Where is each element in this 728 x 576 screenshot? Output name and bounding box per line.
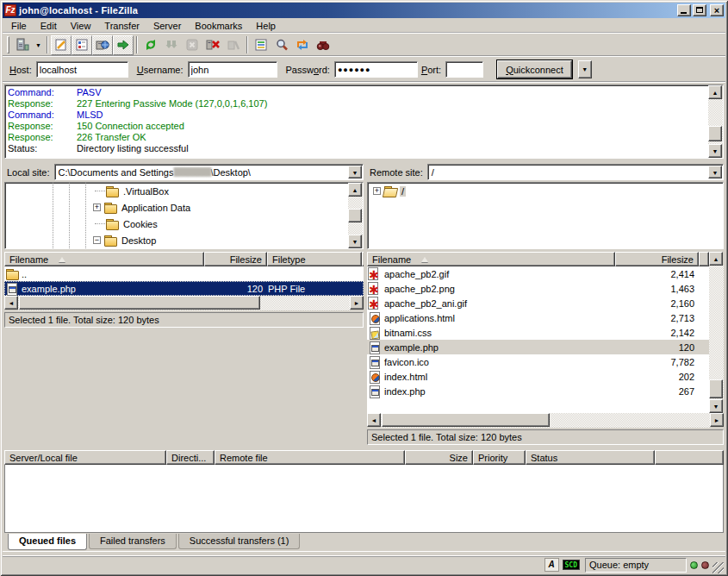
file-cell-size: 120 [204,281,267,296]
file-cell-size: 2,713 [615,310,699,325]
toggle-queue-button[interactable] [113,35,134,55]
activity-led-red-icon [701,561,709,569]
file-row-bitnami-css[interactable]: bitnami.css2,142 [367,325,709,340]
menu-item-help[interactable]: Help [249,19,283,33]
file-row-index-html[interactable]: index.html202 [367,369,709,384]
scroll-up-button[interactable]: ▲ [708,85,722,99]
toggle-remote-tree-button[interactable] [92,35,113,55]
username-input[interactable] [188,61,277,78]
column-header-filesize[interactable]: Filesize [615,252,699,266]
scrollbar-thumb[interactable] [708,126,722,141]
toggle-message-log-button[interactable] [51,35,72,55]
column-header-filename[interactable]: Filename [367,252,615,266]
scrollbar-thumb[interactable] [382,413,550,427]
file-cell-size [204,266,267,281]
queue-tabs: Queued filesFailed transfersSuccessful t… [3,533,725,551]
scroll-up-button[interactable]: ▲ [709,252,723,266]
password-input[interactable] [334,61,418,78]
collapse-icon[interactable]: − [93,236,101,244]
cancel-button[interactable] [182,35,202,55]
scroll-right-button[interactable]: ► [350,296,364,310]
remote-file-pane: FilenameFilesize apache_pb2.gif2,414apac… [367,252,724,445]
menu-item-edit[interactable]: Edit [34,19,64,33]
compare-button[interactable] [271,35,292,55]
menu-item-transfer[interactable]: Transfer [97,19,146,33]
remote-horizontal-scrollbar[interactable]: ◄ ► [367,413,724,428]
column-header-filename[interactable]: Filename [4,252,204,266]
file-row-applications-html[interactable]: applications.html2,713 [367,310,709,325]
local-horizontal-scrollbar[interactable]: ◄ ► [4,296,364,310]
scrollbar-thumb[interactable] [19,296,260,310]
log-line-label: Response: [8,121,77,132]
process-queue-button[interactable] [161,35,182,55]
file-row-example-php[interactable]: example.php120 [367,340,709,354]
file-row-favicon-ico[interactable]: favicon.ico7,782 [367,354,709,369]
menu-item-server[interactable]: Server [146,19,188,33]
column-header-remote-file[interactable]: Remote file [215,450,405,465]
remote-file-list: apache_pb2.gif2,414apache_pb2.png1,463ap… [367,266,709,413]
site-manager-dropdown-button[interactable]: ▼ [33,35,44,55]
disconnect-button[interactable] [202,35,223,55]
tab-failed-transfers[interactable]: Failed transfers [89,534,177,549]
tree-item-desktop[interactable]: −Desktop [5,232,363,248]
tree-item-virtualbox[interactable]: .VirtualBox [5,183,363,199]
message-log-scrollbar[interactable]: ▲ ▼ [708,85,723,158]
port-input[interactable] [445,61,483,78]
file-name: apache_pb2_ani.gif [384,298,467,309]
menu-item-file[interactable]: File [4,19,34,33]
expand-icon[interactable]: + [93,203,101,211]
column-header-status[interactable]: Status [526,450,655,465]
host-input[interactable] [36,61,128,78]
file-row-example-php[interactable]: example.php120PHP File1 [4,281,364,296]
toolbar-grip[interactable] [7,36,9,53]
file-row-apache-pb2-gif[interactable]: apache_pb2.gif2,414 [367,266,709,281]
find-button[interactable] [313,35,333,55]
sync-browsing-button[interactable] [292,35,313,55]
log-line-label: Command: [8,87,77,98]
tab-queued-files[interactable]: Queued files [8,534,87,550]
tree-item-cookies[interactable]: Cookies [5,216,363,232]
combobox-arrow-button[interactable]: ▼ [708,166,722,178]
remote-site-combobox[interactable]: / ▼ [427,164,724,180]
site-manager-button[interactable] [12,35,33,55]
menu-item-view[interactable]: View [64,19,98,33]
maximize-button[interactable] [693,4,706,16]
column-header-filesize[interactable]: Filesize [204,252,267,266]
quickconnect-dropdown-button[interactable]: ▼ [578,60,592,78]
port-label: Port: [421,65,441,75]
scroll-down-button[interactable]: ▼ [709,399,723,413]
scroll-right-button[interactable]: ► [710,413,724,427]
close-button[interactable]: × [710,4,724,16]
tree-item-application-data[interactable]: +Application Data [5,199,363,216]
local-site-combobox[interactable]: C:\Documents and Settings████████\Deskto… [54,164,364,180]
tree-item-root[interactable]: +/ [368,183,723,199]
reconnect-button[interactable] [223,35,244,55]
scroll-down-button[interactable]: ▼ [708,144,722,158]
menu-item-bookmarks[interactable]: Bookmarks [188,19,249,33]
combobox-arrow-button[interactable]: ▼ [348,166,362,178]
scroll-left-button[interactable]: ◄ [4,296,18,310]
file-row-apache-pb2-ani-gif[interactable]: apache_pb2_ani.gif2,160 [367,296,709,310]
scroll-left-button[interactable]: ◄ [367,413,381,427]
column-header-size[interactable]: Size [405,450,473,465]
file-row-index-php[interactable]: index.php267 [367,384,709,398]
quickconnect-button[interactable]: Quickconnect [497,60,572,78]
column-header-filetype[interactable]: Filetype [267,252,362,266]
column-header-priority[interactable]: Priority [473,450,526,465]
expand-icon[interactable]: + [373,187,381,195]
column-header-server-local-file[interactable]: Server/Local file [4,450,166,465]
remote-vertical-scrollbar[interactable]: ▲ ▼ [709,252,724,413]
remote-pane-top: Remote site: / ▼ +/ [367,164,724,249]
minimize-button[interactable] [677,4,691,16]
toggle-local-tree-button[interactable] [72,35,92,55]
refresh-icon [144,38,158,52]
resize-grip[interactable] [712,562,724,573]
filter-button[interactable] [251,35,271,55]
file-row-[interactable]: .. [4,266,364,281]
file-row-apache-pb2-png[interactable]: apache_pb2.png1,463 [367,281,709,296]
scrollbar-thumb[interactable] [709,379,723,398]
file-cell-name: bitnami.css [367,325,615,340]
column-header-directi[interactable]: Directi... [166,450,215,465]
tab-successful-transfers-1[interactable]: Successful transfers (1) [178,534,301,549]
refresh-button[interactable] [140,35,161,55]
